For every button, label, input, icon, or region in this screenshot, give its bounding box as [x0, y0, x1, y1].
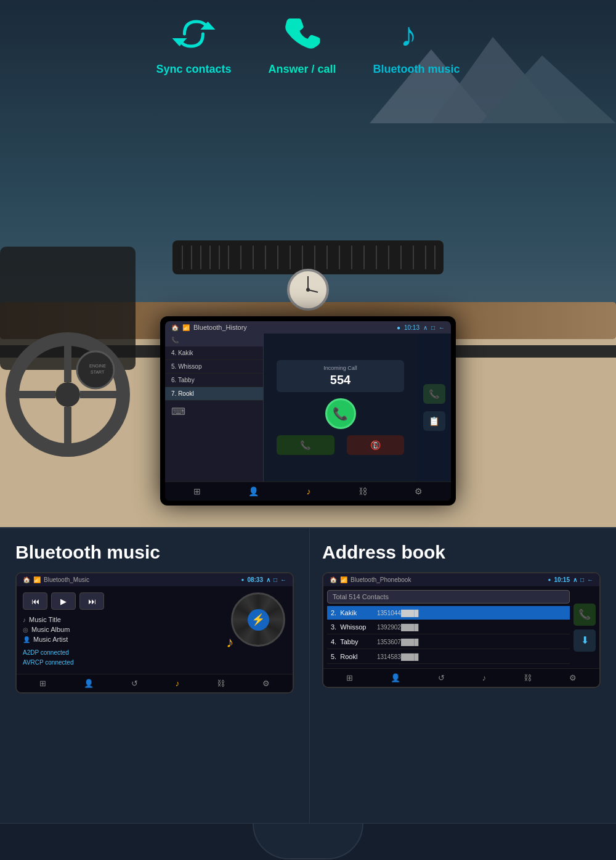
svg-point-42	[77, 351, 114, 388]
music-device-screen: 🏠 📶 Bluetooth_Music ● 08:33 ∧ □ ←	[15, 572, 294, 694]
sync-contacts-icon	[172, 12, 215, 58]
svg-rect-24	[277, 245, 278, 269]
phone-btn[interactable]: 📞	[423, 384, 445, 404]
svg-point-39	[306, 288, 310, 292]
svg-rect-23	[265, 245, 266, 269]
svg-rect-33	[388, 245, 389, 269]
music-nav-apps[interactable]: ⊞	[39, 679, 46, 688]
a2dp-status: A2DP connected	[23, 648, 225, 658]
music-nav-music[interactable]: ♪	[176, 679, 180, 688]
car-screen-time: 10:13	[404, 324, 419, 331]
svg-rect-32	[376, 245, 377, 269]
car-head-unit: 🏠 📶 Bluetooth_History ● 10:13 ∧ □ ← 📞	[160, 316, 456, 506]
svg-point-38	[288, 270, 328, 309]
svg-rect-15	[182, 245, 183, 269]
svg-marker-3	[480, 55, 616, 123]
svg-rect-27	[314, 245, 315, 269]
svg-rect-28	[326, 245, 328, 269]
feature-icons-row: Sync contacts Answer / call ♪ Bluetooth …	[156, 12, 460, 76]
accept-call-btn[interactable]: 📞	[277, 435, 334, 455]
download-contact-btn[interactable]: ⬇	[573, 629, 596, 652]
contact-row-2[interactable]: 3. Whissop 1392902████	[327, 620, 570, 634]
bluetooth-music-label: Bluetooth music	[373, 63, 460, 76]
answer-btn[interactable]: 📞	[325, 398, 356, 429]
play-btn[interactable]: ▶	[51, 592, 76, 610]
bluetooth-badge: ⚡	[248, 609, 269, 631]
music-artist: Music Artist	[33, 636, 68, 643]
car-contact-4[interactable]: 7. Rookl	[165, 387, 263, 401]
svg-rect-22	[253, 245, 254, 269]
contacts-btn[interactable]: 📋	[423, 411, 445, 431]
car-contact-1[interactable]: 4. Kakik	[165, 346, 263, 360]
music-nav-link[interactable]: ⛓	[217, 679, 225, 688]
svg-text:♪: ♪	[400, 15, 417, 54]
svg-line-41	[308, 290, 318, 292]
answer-call-icon	[281, 12, 324, 58]
address-book-title: Address book	[322, 542, 601, 563]
phone-nav-settings[interactable]: ⚙	[569, 673, 577, 682]
svg-rect-34	[400, 245, 402, 269]
music-nav-refresh[interactable]: ↺	[131, 679, 138, 688]
caller-number: 554	[282, 373, 399, 387]
car-contact-3[interactable]: 6. Tabby	[165, 374, 263, 387]
phonebook-screen-time: 10:15	[554, 576, 570, 583]
contact-2-number: 1392902████	[377, 624, 566, 631]
contact-row-4[interactable]: 5. Rookl 1314583████	[327, 650, 570, 664]
music-title: Music Title	[29, 616, 61, 623]
bluetooth-music-icon: ♪	[395, 12, 438, 58]
contact-row-1[interactable]: 2. Kakik 1351044████	[327, 606, 570, 620]
next-btn[interactable]: ⏭	[79, 592, 104, 610]
bottom-notch-row	[0, 823, 616, 860]
car-screen-title: Bluetooth_History	[193, 324, 247, 331]
contact-4-number: 1314583████	[377, 653, 566, 660]
svg-rect-35	[413, 245, 414, 269]
phone-nav-music[interactable]: ♪	[482, 673, 487, 682]
svg-point-8	[12, 339, 123, 450]
prev-btn[interactable]: ⏮	[23, 592, 47, 610]
bluetooth-music-title: Bluetooth music	[15, 542, 294, 563]
contact-3-number: 1353607████	[377, 639, 566, 645]
music-album: Music Album	[31, 626, 70, 633]
music-nav-settings[interactable]: ⚙	[262, 679, 270, 688]
total-contacts-label: Total 514 Contacts	[333, 593, 389, 600]
phone-nav-link[interactable]: ⛓	[524, 673, 532, 682]
svg-rect-25	[290, 245, 291, 269]
nav-apps[interactable]: ⊞	[193, 486, 201, 496]
svg-rect-37	[434, 245, 436, 269]
avrcp-status: AVRCP connected	[23, 658, 225, 668]
svg-point-9	[55, 382, 80, 407]
bottom-section: Bluetooth music 🏠 📶 Bluetooth_Music ● 08…	[0, 527, 616, 860]
music-screen-time: 08:33	[247, 576, 263, 583]
svg-rect-21	[240, 245, 241, 269]
contact-row-3[interactable]: 4. Tabby 1353607████	[327, 635, 570, 649]
svg-rect-29	[339, 245, 340, 269]
phone-nav-refresh[interactable]: ↺	[438, 673, 445, 682]
phone-nav-apps[interactable]: ⊞	[346, 673, 353, 682]
svg-rect-18	[209, 245, 211, 269]
music-nav-contacts[interactable]: 👤	[84, 679, 94, 688]
svg-rect-7	[0, 247, 136, 370]
incoming-call-label: Incoming Call	[282, 365, 399, 371]
call-contact-btn[interactable]: 📞	[573, 604, 596, 626]
nav-settings[interactable]: ⚙	[415, 486, 423, 496]
device-notch	[253, 824, 363, 859]
nav-music[interactable]: ♪	[306, 486, 310, 496]
phone-nav-contacts[interactable]: 👤	[391, 673, 400, 682]
top-section: ENGINE START Sync contacts Answer / ca	[0, 0, 616, 536]
decline-call-btn[interactable]: 📵	[347, 435, 404, 455]
svg-text:ENGINE: ENGINE	[89, 364, 106, 368]
nav-link[interactable]: ⛓	[359, 486, 367, 496]
contact-1-number: 1351044████	[377, 610, 566, 616]
svg-rect-16	[191, 245, 192, 269]
svg-rect-19	[219, 245, 220, 269]
car-contact-2[interactable]: 5. Whissop	[165, 360, 263, 374]
answer-call-feature: Answer / call	[268, 12, 336, 76]
nav-contacts[interactable]: 👤	[248, 486, 259, 496]
contacts-search[interactable]: Total 514 Contacts	[327, 590, 570, 604]
music-screen-title: Bluetooth_Music	[44, 576, 89, 583]
music-note-decoration: ♪	[226, 634, 233, 651]
svg-rect-14	[172, 240, 444, 274]
bluetooth-music-feature: ♪ Bluetooth music	[373, 12, 460, 76]
phonebook-screen-title: Bluetooth_Phonebook	[351, 576, 411, 583]
answer-call-label: Answer / call	[268, 63, 336, 76]
